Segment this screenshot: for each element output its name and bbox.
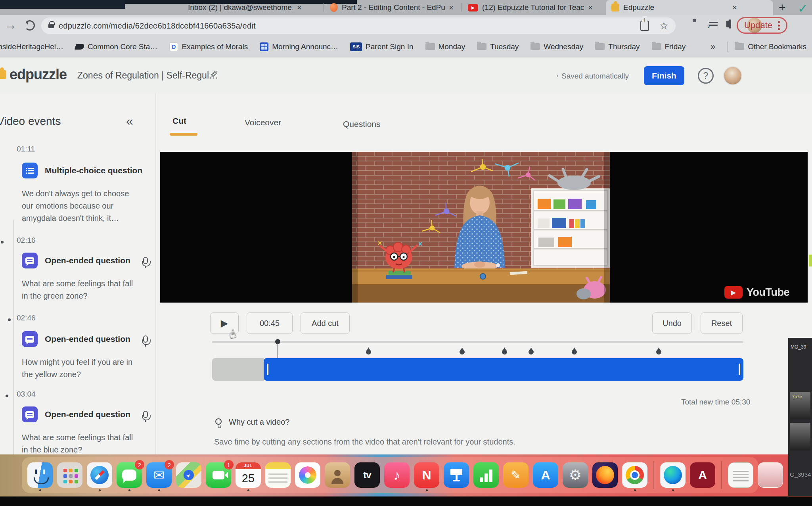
tab-mail[interactable]: Inbox (2) | dkawa@sweethome… × bbox=[182, 0, 321, 15]
video-player[interactable]: ▶ YouTube bbox=[160, 152, 808, 303]
bookmark-item[interactable]: SIS Parent Sign In bbox=[350, 42, 413, 51]
new-tab-button[interactable]: + bbox=[779, 1, 786, 14]
dock-news-icon[interactable]: N bbox=[414, 462, 439, 488]
gear-icon: ⚙ bbox=[569, 467, 582, 483]
dock-calendar-icon[interactable]: JUL25 bbox=[236, 462, 261, 488]
event-marker[interactable] bbox=[366, 347, 371, 356]
edit-pencil-icon[interactable]: ✎ bbox=[209, 69, 218, 81]
dock-music-icon[interactable]: ♪ bbox=[384, 462, 410, 488]
event-snippet[interactable]: What are some feelings that fall in the … bbox=[22, 431, 141, 456]
running-indicator bbox=[634, 489, 636, 491]
close-icon[interactable]: × bbox=[297, 3, 302, 12]
bookmark-folder-thursday[interactable]: Thursday bbox=[595, 42, 640, 51]
side-panel-icon[interactable] bbox=[729, 19, 731, 29]
update-button[interactable]: Update bbox=[737, 17, 787, 34]
edpuzzle-logo[interactable]: edpuzzle bbox=[0, 66, 67, 83]
dock-acrobat-icon[interactable]: A bbox=[690, 462, 715, 488]
youtube-watermark[interactable]: ▶ YouTube bbox=[724, 286, 789, 299]
dock-appletv-icon[interactable]: tv bbox=[354, 462, 380, 488]
dock-appstore-icon[interactable]: A bbox=[533, 462, 558, 488]
menu-dots-icon[interactable] bbox=[778, 25, 780, 27]
lock-icon bbox=[48, 24, 54, 28]
kept-section[interactable] bbox=[264, 358, 743, 381]
undo-button[interactable]: Undo bbox=[652, 312, 692, 334]
bookmarks-overflow-chevron[interactable]: » bbox=[710, 42, 715, 52]
dock-notes-icon[interactable] bbox=[265, 462, 291, 488]
bookmark-folder-tuesday[interactable]: Tuesday bbox=[477, 42, 519, 51]
timeline-track[interactable] bbox=[212, 341, 743, 343]
close-icon[interactable]: × bbox=[449, 3, 454, 12]
event-row[interactable]: Open-ended question bbox=[22, 331, 148, 347]
bookmark-item[interactable]: InsideHeritageHei… bbox=[0, 42, 63, 51]
url-bar[interactable]: edpuzzle.com/media/62dee6b18dcebf41660a6… bbox=[41, 17, 676, 34]
event-row[interactable]: Multiple-choice question bbox=[22, 163, 142, 178]
bookmark-item[interactable]: Morning Announc… bbox=[260, 42, 338, 51]
event-marker[interactable] bbox=[460, 347, 465, 356]
help-icon[interactable]: ? bbox=[698, 68, 714, 84]
dock-document-icon[interactable] bbox=[728, 462, 753, 488]
microphone-icon[interactable] bbox=[143, 411, 148, 418]
dock-pages-icon[interactable]: ✎ bbox=[503, 462, 529, 488]
bookmark-item[interactable]: Common Core Sta… bbox=[75, 42, 157, 51]
dock-facetime-icon[interactable]: 1 bbox=[206, 462, 231, 488]
dock-firefox-icon[interactable] bbox=[592, 462, 618, 488]
share-icon[interactable] bbox=[640, 21, 649, 31]
dock-photos-icon[interactable] bbox=[295, 462, 320, 488]
dock-settings-icon[interactable]: ⚙ bbox=[563, 462, 588, 488]
url-text[interactable]: edpuzzle.com/media/62dee6b18dcebf41660a6… bbox=[59, 21, 630, 31]
bookmark-folder-friday[interactable]: Friday bbox=[652, 42, 686, 51]
event-snippet[interactable]: We don't always get to choose our emotio… bbox=[22, 188, 141, 224]
microphone-icon[interactable] bbox=[143, 257, 148, 264]
tab-youtube[interactable]: ▶ (12) Edpuzzle Tutorial for Teac × bbox=[462, 0, 602, 15]
finish-button[interactable]: Finish bbox=[644, 66, 684, 85]
bookmark-star-icon[interactable]: ☆ bbox=[659, 21, 668, 31]
tab-edpuzzle-active[interactable]: Edpuzzle × bbox=[606, 0, 773, 15]
microphone-icon[interactable] bbox=[143, 335, 148, 343]
event-marker[interactable] bbox=[529, 347, 534, 356]
dock-keynote-icon[interactable] bbox=[444, 462, 469, 488]
artifact-text: 7a7e bbox=[792, 394, 802, 399]
event-snippet[interactable]: How might you feel if you are in the yel… bbox=[22, 356, 141, 381]
dock-mail-icon[interactable]: ✉2 bbox=[146, 462, 172, 488]
event-timestamp: 01:11 bbox=[17, 145, 35, 153]
event-snippet[interactable]: What are some feelings that fall in the … bbox=[22, 278, 141, 302]
current-time-field[interactable]: 00:45 bbox=[247, 312, 293, 334]
event-row[interactable]: Open-ended question bbox=[22, 253, 148, 268]
dock-contacts-icon[interactable] bbox=[325, 462, 350, 488]
saved-status: Saved automatically bbox=[557, 72, 629, 80]
dock-maps-icon[interactable] bbox=[176, 462, 201, 488]
user-avatar[interactable] bbox=[723, 66, 742, 85]
close-icon[interactable]: × bbox=[588, 3, 593, 12]
reload-icon[interactable] bbox=[25, 20, 35, 31]
trim-handle-left[interactable] bbox=[267, 364, 268, 375]
chevron-right-icon: » bbox=[710, 42, 715, 52]
tab-edpuzzle-editing[interactable]: Part 2 - Editing Content - EdPu × bbox=[324, 0, 459, 15]
add-cut-button[interactable]: Add cut bbox=[301, 312, 350, 334]
dock-chrome-icon[interactable] bbox=[622, 462, 647, 488]
event-marker[interactable] bbox=[656, 347, 661, 356]
reset-button[interactable]: Reset bbox=[701, 312, 743, 334]
dock-trash-icon[interactable] bbox=[758, 462, 783, 488]
event-marker[interactable] bbox=[572, 347, 577, 356]
dock-messages-icon[interactable]: 2 bbox=[117, 462, 142, 488]
dock-launchpad-icon[interactable] bbox=[57, 462, 82, 488]
dock-edge-icon[interactable] bbox=[660, 462, 686, 488]
bookmark-item[interactable]: D Examples of Morals bbox=[169, 42, 248, 51]
event-row[interactable]: Open-ended question bbox=[22, 406, 148, 422]
collapse-sidebar-icon[interactable]: « bbox=[126, 114, 133, 128]
trim-handle-right[interactable] bbox=[739, 364, 740, 375]
bookmark-folder-monday[interactable]: Monday bbox=[425, 42, 465, 51]
tab-questions[interactable]: Questions bbox=[343, 119, 381, 129]
event-marker[interactable] bbox=[502, 347, 507, 356]
dock-finder-icon[interactable] bbox=[27, 462, 53, 488]
dock-numbers-icon[interactable] bbox=[473, 462, 499, 488]
bookmark-folder-wednesday[interactable]: Wednesday bbox=[530, 42, 583, 51]
other-bookmarks[interactable]: Other Bookmarks bbox=[735, 42, 806, 51]
forward-icon[interactable]: → bbox=[5, 18, 17, 32]
tab-cut[interactable]: Cut bbox=[172, 116, 186, 126]
timeline-bar[interactable] bbox=[212, 358, 743, 381]
tab-voiceover[interactable]: Voiceover bbox=[245, 118, 281, 127]
dock-safari-icon[interactable] bbox=[87, 462, 112, 488]
cut-section[interactable] bbox=[212, 358, 264, 381]
close-icon[interactable]: × bbox=[732, 3, 737, 12]
